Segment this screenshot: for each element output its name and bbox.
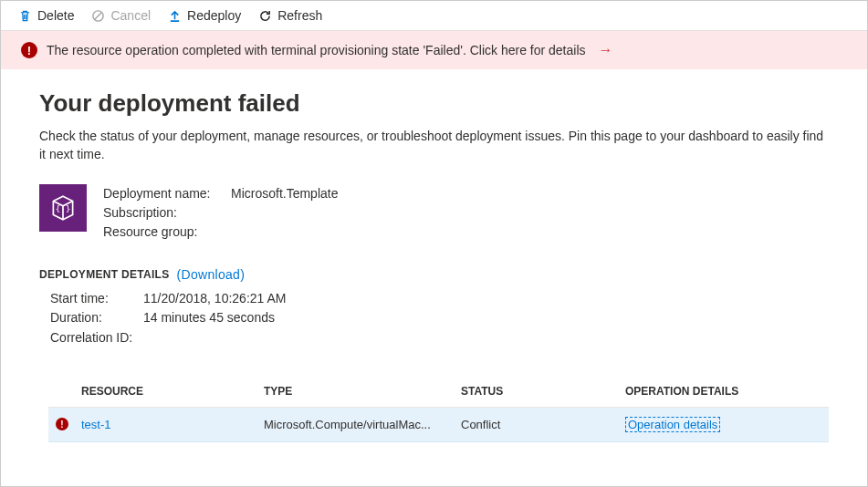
summary-details: Deployment name: Microsoft.Template Subs… bbox=[103, 184, 338, 242]
cancel-label: Cancel bbox=[110, 8, 151, 23]
error-banner[interactable]: ! The resource operation completed with … bbox=[1, 31, 867, 69]
col-resource: RESOURCE bbox=[81, 385, 264, 398]
refresh-label: Refresh bbox=[277, 8, 322, 23]
redeploy-button[interactable]: Redeploy bbox=[167, 8, 241, 23]
details-section-header: DEPLOYMENT DETAILS (Download) bbox=[39, 267, 829, 282]
main-content: Your deployment failed Check the status … bbox=[1, 69, 867, 442]
resources-table: RESOURCE TYPE STATUS OPERATION DETAILS !… bbox=[48, 376, 829, 442]
details-list: Start time: 11/20/2018, 10:26:21 AM Dura… bbox=[39, 289, 829, 348]
toolbar: Delete Cancel Redeploy Refresh bbox=[1, 1, 867, 31]
delete-label: Delete bbox=[37, 8, 74, 23]
svg-line-1 bbox=[95, 12, 102, 19]
download-link[interactable]: (Download) bbox=[177, 267, 246, 282]
error-icon: ! bbox=[21, 42, 37, 58]
error-message: The resource operation completed with te… bbox=[47, 43, 586, 57]
col-operation: OPERATION DETAILS bbox=[625, 385, 829, 398]
resource-link[interactable]: test-1 bbox=[81, 418, 264, 431]
details-title: DEPLOYMENT DETAILS bbox=[39, 268, 170, 281]
duration-value: 14 minutes 45 seconds bbox=[143, 308, 275, 328]
redeploy-label: Redeploy bbox=[187, 8, 241, 23]
redeploy-icon bbox=[167, 8, 182, 23]
resource-type: Microsoft.Compute/virtualMac... bbox=[264, 418, 461, 431]
table-header-row: RESOURCE TYPE STATUS OPERATION DETAILS bbox=[48, 376, 829, 408]
col-type: TYPE bbox=[264, 385, 461, 398]
cancel-icon bbox=[90, 8, 105, 23]
status-error-icon: ! bbox=[56, 418, 68, 430]
start-time-label: Start time: bbox=[50, 289, 143, 309]
deployment-name-value: Microsoft.Template bbox=[231, 184, 338, 203]
correlation-label: Correlation ID: bbox=[50, 328, 143, 348]
page-subtitle: Check the status of your deployment, man… bbox=[39, 127, 829, 164]
arrow-right-icon: → bbox=[599, 42, 613, 58]
start-time-value: 11/20/2018, 10:26:21 AM bbox=[143, 289, 286, 309]
cancel-button: Cancel bbox=[90, 8, 151, 23]
refresh-icon bbox=[257, 8, 272, 23]
page-title: Your deployment failed bbox=[39, 89, 829, 118]
table-row[interactable]: ! test-1 Microsoft.Compute/virtualMac...… bbox=[48, 408, 829, 442]
summary-block: { } Deployment name: Microsoft.Template … bbox=[39, 184, 829, 242]
operation-details-link[interactable]: Operation details bbox=[625, 417, 720, 432]
deployment-name-label: Deployment name: bbox=[103, 184, 231, 203]
svg-text:{ }: { } bbox=[55, 203, 70, 213]
template-icon: { } bbox=[39, 184, 87, 232]
resource-group-label: Resource group: bbox=[103, 223, 231, 242]
subscription-label: Subscription: bbox=[103, 203, 231, 223]
delete-button[interactable]: Delete bbox=[17, 8, 74, 23]
trash-icon bbox=[17, 8, 32, 23]
resource-status: Conflict bbox=[461, 418, 625, 431]
refresh-button[interactable]: Refresh bbox=[257, 8, 322, 23]
duration-label: Duration: bbox=[50, 308, 143, 328]
col-status: STATUS bbox=[461, 385, 625, 398]
